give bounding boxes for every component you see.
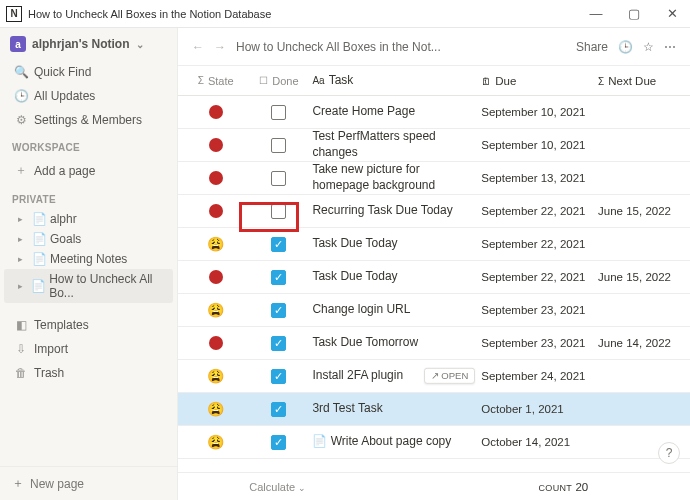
col-done[interactable]: Done (272, 75, 298, 87)
col-state[interactable]: State (208, 75, 234, 87)
done-checkbox[interactable] (271, 402, 286, 417)
sidebar-page[interactable]: ▸📄alphr (4, 209, 173, 229)
table-row[interactable]: ＋ ⠿ 😩 Install 2FA plugin↗ OPEN September… (178, 360, 690, 393)
disclosure-triangle[interactable]: ▸ (18, 254, 28, 264)
help-button[interactable]: ? (658, 442, 680, 464)
all-updates[interactable]: 🕒All Updates (4, 85, 173, 107)
col-next[interactable]: Next Due (608, 75, 656, 87)
task-title: Change login URL (312, 302, 410, 316)
table-row[interactable]: 😩 3rd Test Task October 1, 2021 (178, 393, 690, 426)
count-value: 20 (575, 481, 588, 493)
next-due-date: June 15, 2022 (598, 271, 671, 283)
disclosure-triangle[interactable]: ▸ (18, 234, 28, 244)
done-checkbox[interactable] (271, 336, 286, 351)
done-checkbox[interactable] (271, 303, 286, 318)
status-face-emoji: 😩 (207, 434, 224, 450)
status-dot-red (209, 105, 223, 119)
due-date: September 13, 2021 (481, 172, 585, 184)
updates-icon[interactable]: 🕒 (618, 40, 633, 54)
minimize-button[interactable]: — (584, 6, 608, 21)
window-titlebar: N How to Uncheck All Boxes in the Notion… (0, 0, 690, 28)
task-title: Task Due Today (312, 236, 397, 250)
task-title: Task Due Tomorrow (312, 335, 418, 349)
sigma-icon: Σ (598, 76, 604, 87)
add-page[interactable]: ＋Add a page (4, 158, 173, 183)
table-footer: Calculate ⌄ COUNT 20 (178, 472, 690, 500)
import-icon: ⇩ (14, 342, 28, 356)
favorite-icon[interactable]: ☆ (643, 40, 654, 54)
disclosure-triangle[interactable]: ▸ (18, 281, 27, 291)
next-due-date: June 15, 2022 (598, 205, 671, 217)
close-button[interactable]: ✕ (660, 6, 684, 21)
table-row[interactable]: Take new picture for homepage background… (178, 162, 690, 195)
col-due[interactable]: Due (495, 75, 516, 87)
topbar: ← → How to Uncheck All Boxes in the Not.… (178, 28, 690, 66)
trash-label: Trash (34, 366, 64, 380)
done-checkbox[interactable] (271, 369, 286, 384)
more-icon[interactable]: ⋯ (664, 40, 676, 54)
breadcrumb[interactable]: How to Uncheck All Boxes in the Not... (236, 40, 566, 54)
disclosure-triangle[interactable]: ▸ (18, 214, 28, 224)
templates-label: Templates (34, 318, 89, 332)
done-checkbox[interactable] (271, 237, 286, 252)
table-row[interactable]: Task Due Today September 22, 2021 June 1… (178, 261, 690, 294)
workspace-name: alphrjan's Notion (32, 37, 130, 51)
task-title: Install 2FA plugin (312, 368, 403, 382)
plus-icon: ＋ (12, 475, 24, 492)
nav-back[interactable]: ← (192, 40, 204, 54)
table-row[interactable]: Test PerfMatters speed changes September… (178, 129, 690, 162)
table-row[interactable]: 😩 Task Due Today September 22, 2021 (178, 228, 690, 261)
page-icon: 📄 (32, 212, 46, 226)
page-label: Meeting Notes (50, 252, 127, 266)
trash[interactable]: 🗑Trash (4, 362, 173, 384)
sidebar-page[interactable]: ▸📄Goals (4, 229, 173, 249)
workspace-switcher[interactable]: a alphrjan's Notion ⌄ (0, 28, 177, 60)
status-face-emoji: 😩 (207, 302, 224, 318)
table-row[interactable]: Create Home Page September 10, 2021 (178, 96, 690, 129)
done-checkbox[interactable] (271, 270, 286, 285)
done-checkbox[interactable] (271, 171, 286, 186)
table-row[interactable]: Task Due Tomorrow September 23, 2021 Jun… (178, 327, 690, 360)
search-icon: 🔍 (14, 65, 28, 79)
task-title: Create Home Page (312, 104, 415, 118)
table-row[interactable]: 😩 📄 Write About page copy October 14, 20… (178, 426, 690, 459)
quick-find[interactable]: 🔍Quick Find (4, 61, 173, 83)
settings-members[interactable]: ⚙Settings & Members (4, 109, 173, 131)
nav-forward[interactable]: → (214, 40, 226, 54)
import[interactable]: ⇩Import (4, 338, 173, 360)
due-date: September 10, 2021 (481, 139, 585, 151)
new-page-label: New page (30, 477, 84, 491)
page-label: How to Uncheck All Bo... (49, 272, 169, 300)
col-task[interactable]: Task (329, 73, 354, 87)
status-dot-red (209, 171, 223, 185)
done-checkbox[interactable] (271, 204, 286, 219)
new-page[interactable]: ＋New page (0, 466, 177, 500)
page-label: alphr (50, 212, 77, 226)
page-icon: 📄 (32, 232, 46, 246)
task-title: Recurring Task Due Today (312, 203, 452, 217)
task-title: Take new picture for homepage background (312, 162, 435, 192)
maximize-button[interactable]: ▢ (622, 6, 646, 21)
done-checkbox[interactable] (271, 435, 286, 450)
done-checkbox[interactable] (271, 138, 286, 153)
due-date: September 23, 2021 (481, 337, 585, 349)
highlight-annotation (239, 202, 299, 232)
sidebar-page[interactable]: ▸📄Meeting Notes (4, 249, 173, 269)
table-row[interactable]: 😩 Change login URL September 23, 2021 (178, 294, 690, 327)
due-date: September 22, 2021 (481, 271, 585, 283)
templates[interactable]: ◧Templates (4, 314, 173, 336)
import-label: Import (34, 342, 68, 356)
page-icon: 📄 (32, 252, 46, 266)
open-button[interactable]: ↗ OPEN (424, 368, 476, 384)
share-button[interactable]: Share (576, 40, 608, 54)
clock-icon: 🕒 (14, 89, 28, 103)
calculate-menu[interactable]: Calculate ⌄ (249, 481, 306, 493)
table-row[interactable]: Recurring Task Due Today September 22, 2… (178, 195, 690, 228)
due-date: September 22, 2021 (481, 205, 585, 217)
sidebar-page[interactable]: ▸📄How to Uncheck All Bo... (4, 269, 173, 303)
due-date: September 24, 2021 (481, 370, 585, 382)
all-updates-label: All Updates (34, 89, 95, 103)
done-checkbox[interactable] (271, 105, 286, 120)
title-icon: Aa (312, 75, 324, 86)
status-dot-red (209, 138, 223, 152)
